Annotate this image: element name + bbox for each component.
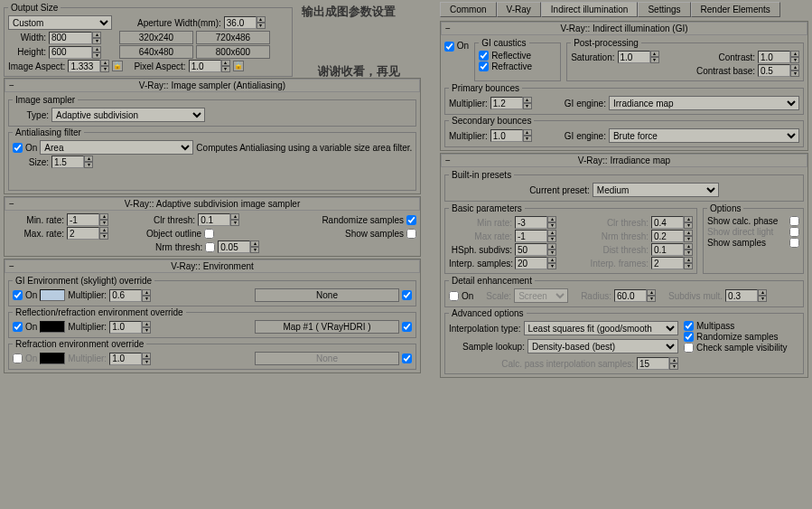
tab-common[interactable]: Common — [440, 2, 497, 17]
aa-size-spinner[interactable]: ▴▾ — [84, 156, 93, 168]
preset-800x600[interactable]: 800x600 — [196, 45, 270, 59]
collapse-icon[interactable]: − — [445, 24, 451, 33]
showsamp-checkbox[interactable] — [406, 229, 416, 239]
aa-on-checkbox[interactable] — [13, 143, 23, 153]
cbase-input[interactable] — [758, 64, 790, 77]
preset-640x480[interactable]: 640x480 — [119, 45, 193, 59]
multipass-cb[interactable] — [684, 321, 694, 331]
sp[interactable]: ▴▾ — [547, 216, 556, 229]
aperture-input[interactable] — [224, 16, 257, 29]
irr-clr[interactable] — [651, 216, 684, 229]
irr-maxrate[interactable] — [515, 230, 547, 242]
reflective-checkbox[interactable] — [479, 51, 489, 61]
height-input[interactable] — [49, 46, 92, 59]
collapse-icon[interactable]: − — [9, 199, 14, 209]
irr-iframes[interactable] — [651, 257, 684, 269]
showsamp-cb[interactable] — [789, 238, 799, 248]
gi-mult-spinner[interactable]: ▴▾ — [142, 289, 151, 302]
img-aspect-spinner[interactable]: ▴▾ — [100, 60, 109, 72]
interptype-select[interactable]: Least squares fit (good/smooth — [524, 321, 679, 335]
refr-map-button[interactable]: None — [255, 352, 399, 365]
sp[interactable]: ▴▾ — [547, 243, 556, 256]
showdirect-cb[interactable] — [789, 227, 799, 237]
irr-hsph[interactable] — [515, 243, 547, 256]
tab-render-elements[interactable]: Render Elements — [691, 2, 780, 17]
rand-checkbox[interactable] — [406, 215, 416, 225]
pix-aspect-input[interactable] — [189, 60, 221, 72]
objoutline-checkbox[interactable] — [204, 229, 214, 239]
width-spinner[interactable]: ▴▾ — [92, 32, 101, 44]
gi-on-checkbox[interactable] — [444, 42, 454, 52]
submult-input[interactable] — [725, 289, 758, 302]
sp[interactable]: ▴▾ — [547, 257, 556, 269]
refl-map-button[interactable]: Map #1 ( VRayHDRI ) — [255, 320, 399, 334]
refl-mult-input[interactable] — [109, 321, 142, 334]
minrate-input[interactable] — [67, 213, 99, 226]
prim-mult-spinner[interactable]: ▴▾ — [523, 97, 532, 109]
maxrate-spinner[interactable]: ▴▾ — [99, 227, 108, 240]
refr-mult-input[interactable] — [109, 353, 142, 365]
collapse-icon[interactable]: − — [9, 261, 14, 271]
sp[interactable]: ▴▾ — [647, 289, 656, 302]
sp[interactable]: ▴▾ — [684, 216, 693, 229]
nrmthresh-input[interactable] — [218, 240, 250, 253]
clrthresh-input[interactable] — [198, 213, 230, 226]
collapse-icon[interactable]: − — [9, 80, 14, 90]
sec-engine-select[interactable]: Brute force — [609, 128, 799, 143]
pix-aspect-spinner[interactable]: ▴▾ — [221, 60, 230, 72]
tab-indirect[interactable]: Indirect illumination — [541, 2, 639, 17]
refl-color-swatch[interactable] — [40, 321, 65, 333]
sp[interactable]: ▴▾ — [669, 357, 678, 370]
aa-filter-select[interactable]: Area — [40, 140, 193, 155]
sp[interactable]: ▴▾ — [684, 257, 693, 269]
preset-320x240[interactable]: 320x240 — [119, 31, 193, 44]
gi-map-checkbox[interactable] — [402, 290, 412, 300]
refl-mult-spinner[interactable]: ▴▾ — [142, 321, 151, 334]
sp[interactable]: ▴▾ — [758, 289, 767, 302]
refractive-checkbox[interactable] — [479, 61, 489, 71]
detail-on-cb[interactable] — [449, 291, 459, 301]
tab-vray[interactable]: V-Ray — [497, 2, 541, 17]
aperture-spinner[interactable]: ▴▾ — [257, 16, 266, 29]
irr-nrm[interactable] — [651, 230, 684, 242]
width-input[interactable] — [49, 32, 92, 44]
cbase-spinner[interactable]: ▴▾ — [790, 64, 799, 77]
sec-mult-spinner[interactable]: ▴▾ — [523, 129, 532, 142]
preset-720x486[interactable]: 720x486 — [196, 31, 270, 44]
sec-mult-input[interactable] — [490, 129, 523, 142]
refr-color-swatch[interactable] — [40, 353, 65, 364]
img-aspect-input[interactable] — [68, 60, 100, 72]
cont-input[interactable] — [758, 51, 790, 63]
irr-minrate[interactable] — [515, 216, 547, 229]
sat-spinner[interactable]: ▴▾ — [650, 51, 659, 63]
gi-on-checkbox[interactable] — [13, 290, 23, 300]
collapse-icon[interactable]: − — [445, 156, 451, 165]
sp[interactable]: ▴▾ — [547, 230, 556, 242]
showphase-cb[interactable] — [789, 216, 799, 226]
gi-mult-input[interactable] — [109, 289, 142, 302]
refl-map-checkbox[interactable] — [402, 322, 412, 332]
refr-map-checkbox[interactable] — [402, 353, 412, 363]
nrmthresh-checkbox[interactable] — [205, 242, 215, 252]
clrthresh-spinner[interactable]: ▴▾ — [230, 213, 239, 226]
minrate-spinner[interactable]: ▴▾ — [99, 213, 108, 226]
lock-icon[interactable]: 🔒 — [112, 61, 123, 71]
lookup-select[interactable]: Density-based (best) — [527, 339, 678, 353]
prim-engine-select[interactable]: Irradiance map — [609, 96, 799, 110]
prim-mult-input[interactable] — [490, 97, 523, 109]
tab-settings[interactable]: Settings — [638, 2, 690, 17]
size-mode-select[interactable]: Custom — [8, 15, 112, 30]
randomize-cb[interactable] — [684, 332, 694, 342]
sp[interactable]: ▴▾ — [684, 243, 693, 256]
refr-mult-spinner[interactable]: ▴▾ — [142, 353, 151, 365]
preset-select[interactable]: Medium — [593, 183, 719, 197]
refr-on-checkbox[interactable] — [13, 353, 23, 363]
calcpass-input[interactable] — [637, 357, 669, 370]
sampler-type-select[interactable]: Adaptive subdivision — [51, 108, 205, 122]
height-spinner[interactable]: ▴▾ — [92, 46, 101, 59]
irr-dist[interactable] — [651, 243, 684, 256]
cont-spinner[interactable]: ▴▾ — [790, 51, 799, 63]
scale-select[interactable]: Screen — [514, 288, 568, 303]
maxrate-input[interactable] — [67, 227, 99, 240]
radius-input[interactable] — [614, 289, 647, 302]
